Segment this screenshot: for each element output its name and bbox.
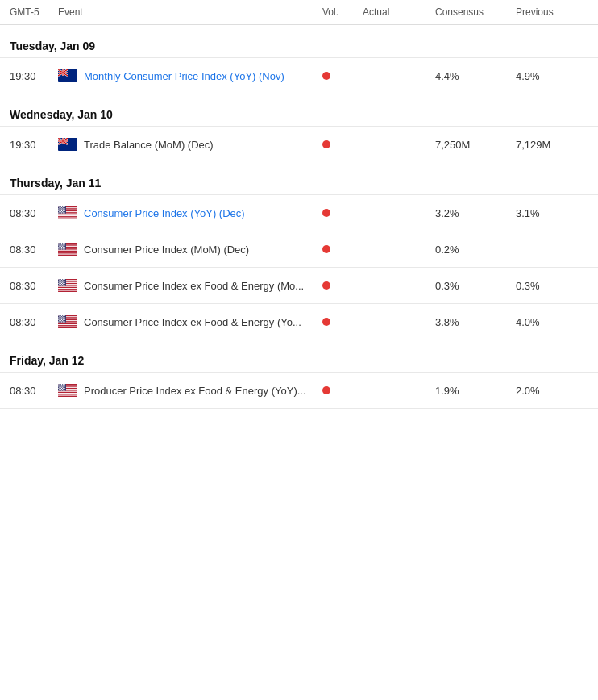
svg-point-105 bbox=[63, 212, 64, 213]
svg-point-268 bbox=[59, 385, 60, 385]
event-name[interactable]: Consumer Price Index (YoY) (Dec) bbox=[84, 207, 245, 219]
event-consensus: 7,250M bbox=[435, 139, 516, 151]
svg-rect-162 bbox=[58, 286, 77, 287]
svg-point-147 bbox=[62, 248, 63, 248]
svg-rect-214 bbox=[58, 327, 77, 328]
svg-point-128 bbox=[60, 244, 61, 244]
header-vol: Vol. bbox=[322, 6, 363, 18]
svg-point-90 bbox=[60, 210, 61, 210]
australia-flag-icon bbox=[58, 69, 77, 82]
svg-rect-73 bbox=[58, 219, 77, 219]
svg-rect-166 bbox=[58, 290, 77, 291]
svg-point-106 bbox=[64, 212, 65, 213]
svg-point-193 bbox=[60, 284, 61, 285]
header-event: Event bbox=[58, 6, 322, 18]
svg-point-222 bbox=[60, 316, 61, 317]
svg-point-153 bbox=[64, 248, 65, 249]
svg-point-191 bbox=[64, 283, 65, 284]
svg-point-241 bbox=[62, 320, 63, 321]
svg-point-198 bbox=[61, 285, 62, 285]
svg-point-287 bbox=[60, 389, 61, 390]
svg-point-279 bbox=[62, 387, 63, 388]
svg-point-137 bbox=[60, 246, 61, 247]
svg-point-277 bbox=[59, 387, 60, 388]
svg-point-82 bbox=[62, 207, 63, 208]
svg-rect-258 bbox=[58, 393, 77, 394]
event-flag-name[interactable]: Consumer Price Index (YoY) (Dec) bbox=[58, 206, 322, 219]
svg-rect-209 bbox=[58, 323, 77, 323]
event-previous: 7,129M bbox=[516, 139, 588, 151]
svg-rect-59 bbox=[68, 138, 77, 151]
day-header: Thursday, Jan 11 bbox=[0, 162, 598, 194]
svg-point-130 bbox=[64, 244, 64, 244]
event-consensus: 1.9% bbox=[435, 385, 516, 397]
svg-point-98 bbox=[59, 211, 60, 212]
svg-point-129 bbox=[62, 244, 63, 244]
event-name[interactable]: Monthly Consumer Price Index (YoY) (Nov) bbox=[84, 70, 284, 82]
svg-point-96 bbox=[63, 210, 64, 211]
event-volatility bbox=[322, 72, 363, 80]
svg-rect-210 bbox=[58, 323, 77, 324]
svg-point-221 bbox=[59, 316, 60, 317]
svg-point-238 bbox=[64, 319, 65, 320]
svg-point-97 bbox=[64, 210, 65, 211]
svg-point-134 bbox=[63, 244, 64, 245]
event-name: Consumer Price Index ex Food & Energy (Y… bbox=[84, 316, 301, 328]
svg-point-291 bbox=[60, 390, 60, 390]
volatility-dot-icon bbox=[322, 245, 330, 253]
table-row: 08:30Consumer Price Index (YoY) (Dec)3.2… bbox=[0, 194, 598, 231]
svg-point-195 bbox=[64, 284, 64, 285]
event-time: 08:30 bbox=[10, 385, 58, 397]
svg-rect-257 bbox=[58, 392, 77, 393]
svg-point-139 bbox=[64, 246, 64, 247]
svg-point-132 bbox=[60, 244, 60, 245]
header-previous: Previous bbox=[516, 6, 588, 18]
svg-point-246 bbox=[63, 321, 64, 322]
svg-point-289 bbox=[64, 389, 64, 390]
event-volatility bbox=[322, 245, 363, 253]
svg-point-283 bbox=[61, 388, 62, 389]
event-volatility bbox=[322, 281, 363, 290]
svg-point-152 bbox=[63, 248, 64, 249]
svg-point-282 bbox=[60, 388, 60, 389]
svg-point-224 bbox=[64, 316, 64, 317]
us-flag-icon bbox=[58, 206, 77, 219]
svg-point-271 bbox=[64, 385, 64, 385]
svg-point-280 bbox=[64, 387, 64, 388]
event-name: Consumer Price Index (MoM) (Dec) bbox=[84, 244, 249, 256]
svg-point-239 bbox=[59, 320, 60, 321]
svg-rect-48 bbox=[58, 73, 68, 73]
svg-rect-211 bbox=[58, 324, 77, 325]
us-flag-icon bbox=[58, 384, 77, 397]
svg-point-240 bbox=[60, 320, 61, 321]
svg-point-85 bbox=[60, 208, 60, 209]
svg-point-183 bbox=[59, 282, 60, 283]
svg-point-187 bbox=[58, 283, 59, 284]
svg-point-275 bbox=[63, 385, 64, 386]
event-previous: 4.9% bbox=[516, 70, 588, 82]
svg-point-88 bbox=[64, 208, 65, 209]
event-flag-name: Producer Price Index ex Food & Energy (Y… bbox=[58, 384, 322, 397]
svg-point-150 bbox=[60, 248, 60, 249]
svg-point-143 bbox=[63, 247, 64, 248]
svg-point-185 bbox=[62, 282, 63, 283]
svg-point-146 bbox=[60, 248, 61, 248]
event-name: Producer Price Index ex Food & Energy (Y… bbox=[84, 385, 306, 397]
svg-point-127 bbox=[59, 244, 60, 244]
svg-rect-115 bbox=[58, 250, 77, 251]
volatility-dot-icon bbox=[322, 281, 330, 290]
event-time: 08:30 bbox=[10, 280, 58, 292]
svg-point-91 bbox=[62, 210, 63, 210]
event-flag-name: Trade Balance (MoM) (Dec) bbox=[58, 138, 322, 151]
svg-point-237 bbox=[63, 319, 64, 320]
svg-point-93 bbox=[58, 210, 59, 211]
svg-rect-119 bbox=[58, 254, 77, 255]
svg-point-148 bbox=[64, 248, 64, 248]
event-flag-name[interactable]: Monthly Consumer Price Index (YoY) (Nov) bbox=[58, 69, 322, 82]
svg-point-86 bbox=[61, 208, 62, 209]
svg-point-100 bbox=[62, 211, 63, 212]
svg-point-276 bbox=[64, 385, 65, 386]
event-time: 19:30 bbox=[10, 70, 58, 82]
event-name: Consumer Price Index ex Food & Energy (M… bbox=[84, 280, 304, 292]
svg-point-151 bbox=[61, 248, 62, 249]
